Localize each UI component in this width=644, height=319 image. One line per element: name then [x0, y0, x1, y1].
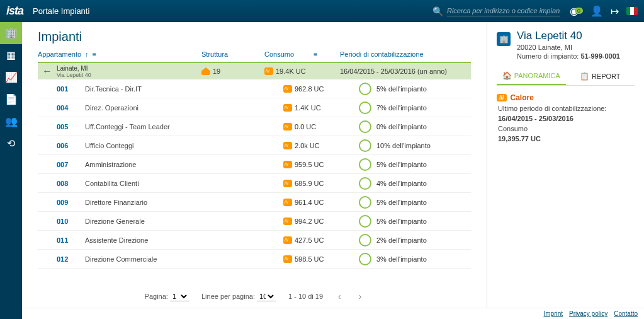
row-percent: 10% dell'impianto [376, 142, 431, 149]
table-row[interactable]: 008Contabilita Clienti685.9 UC4% dell'im… [38, 174, 471, 193]
table-row[interactable]: 011Assistente Direzione427.5 UC2% dell'i… [38, 231, 471, 250]
col-consumo[interactable]: Consumo [264, 50, 294, 58]
meter-icon [283, 104, 292, 112]
tab-report[interactable]: 📋REPORT [566, 67, 635, 85]
footer-imprint[interactable]: Imprint [543, 310, 563, 317]
meter-icon [283, 218, 292, 225]
perpage-label: Linee per pagina: [201, 293, 255, 300]
gauge-icon [359, 215, 371, 228]
property-city: Lainate, MI [57, 65, 201, 72]
meter-icon [283, 161, 292, 168]
consumption-label: Consumo [498, 125, 635, 132]
search-input[interactable] [447, 6, 560, 16]
gauge-icon [359, 139, 371, 152]
row-percent: 3% dell'impianto [376, 255, 427, 263]
logout-icon[interactable]: ↦ [611, 5, 619, 17]
row-consumption: 961.4 UC [295, 199, 324, 206]
row-name: Direz. Operazioni [85, 104, 220, 112]
row-name: Contabilita Clienti [85, 180, 220, 187]
property-address: Via Lepetit 40 [57, 72, 201, 78]
locale-flag-it[interactable] [626, 7, 638, 15]
notifications-icon[interactable]: ◉0 [570, 5, 583, 17]
row-consumption: 2.0k UC [295, 142, 320, 149]
home-icon: 🏠 [502, 71, 512, 80]
sort-asc-icon[interactable]: ↑ [85, 50, 89, 58]
row-number: 006 [57, 142, 85, 149]
house-icon [201, 67, 210, 75]
property-header-row: ← Lainate, MI Via Lepetit 40 19 19.4K UC… [38, 63, 471, 79]
consumption-value: 19,395.77 UC [498, 135, 541, 142]
row-name: Ufficio Conteggi [85, 142, 220, 149]
perpage-select[interactable]: 10 [257, 292, 276, 301]
portal-name: Portale Impianti [33, 6, 89, 16]
row-percent: 5% dell'impianto [376, 199, 427, 206]
row-consumption: 685.9 UC [295, 180, 324, 187]
row-percent: 5% dell'impianto [376, 85, 427, 93]
gauge-icon [359, 253, 371, 265]
row-number: 011 [57, 236, 85, 244]
row-percent: 7% dell'impianto [376, 104, 427, 112]
consumo-filter-icon[interactable]: ≡ [314, 50, 317, 58]
gauge-icon [359, 196, 371, 209]
row-name: Direzione Commerciale [85, 255, 220, 263]
nav-chart[interactable]: 📈 [0, 66, 22, 88]
row-number: 001 [57, 85, 85, 93]
prev-page-icon[interactable]: ‹ [336, 291, 344, 301]
gauge-icon [359, 83, 371, 95]
pager: Pagina: 1 Linee per pagina: 10 1 - 10 di… [38, 285, 471, 308]
row-number: 007 [57, 161, 85, 168]
gauge-icon [359, 234, 371, 246]
col-struttura[interactable]: Struttura [201, 50, 264, 58]
page-label: Pagina: [145, 293, 168, 300]
row-percent: 5% dell'impianto [376, 218, 427, 225]
brand-logo: ista [6, 4, 23, 18]
table-row[interactable]: 009Direttore Finanziario961.4 UC5% dell'… [38, 193, 471, 212]
row-consumption: 427.5 UC [295, 236, 324, 244]
table-header: Appartamento ↑ ≡ Struttura Consumo ≡ Per… [38, 50, 471, 63]
meter-icon [283, 199, 292, 206]
last-period-value: 16/04/2015 - 25/03/2016 [498, 115, 573, 122]
gauge-icon [359, 158, 371, 171]
row-name: Direzione Generale [85, 218, 220, 225]
nav-impianti[interactable]: 🏢 [0, 22, 22, 44]
filter-list-icon[interactable]: ≡ [93, 50, 96, 58]
meter-icon [283, 123, 292, 130]
back-arrow-icon[interactable]: ← [38, 66, 57, 77]
row-percent: 4% dell'impianto [376, 180, 427, 187]
footer-privacy[interactable]: Privacy policy [569, 310, 607, 317]
table-row[interactable]: 005Uff.Conteggi - Team Leader0.0 UC0% de… [38, 117, 471, 136]
row-name: Direttore Finanziario [85, 199, 220, 206]
table-row[interactable]: 004Direz. Operazioni1.4K UC7% dell'impia… [38, 98, 471, 117]
row-consumption: 0.0 UC [295, 123, 316, 130]
nav-users[interactable]: 👥 [0, 110, 22, 132]
page-select[interactable]: 1 [170, 292, 189, 301]
table-row[interactable]: 001Dir.Tecnica - Dir.IT962.8 UC5% dell'i… [38, 79, 471, 98]
row-name: Amministrazione [85, 161, 220, 168]
gauge-icon [359, 102, 371, 114]
nav-docs[interactable]: 📄 [0, 88, 22, 110]
nav-grid[interactable]: ▦ [0, 44, 22, 66]
table-row[interactable]: 007Amministrazione959.5 UC5% dell'impian… [38, 155, 471, 174]
total-consumption: 19.4K UC [276, 67, 306, 75]
table-row[interactable]: 010Direzione Generale994.2 UC5% dell'imp… [38, 212, 471, 231]
detail-panel: 🏢 Via Lepetit 40 20020 Lainate, MI Numer… [487, 22, 644, 308]
gauge-icon [359, 120, 371, 133]
meter-icon [283, 236, 292, 244]
col-appartamento[interactable]: Appartamento [38, 50, 81, 58]
row-percent: 0% dell'impianto [376, 123, 427, 130]
search-icon[interactable]: 🔍 [432, 6, 443, 16]
building-icon: 🏢 [497, 32, 511, 46]
row-percent: 2% dell'impianto [376, 236, 427, 244]
footer-contact[interactable]: Contatto [614, 310, 638, 317]
table-row[interactable]: 006Ufficio Conteggi2.0k UC10% dell'impia… [38, 136, 471, 155]
next-page-icon[interactable]: › [356, 291, 364, 301]
col-periodi[interactable]: Periodi di contabilizzazione [340, 50, 471, 58]
tab-panoramica[interactable]: 🏠PANORAMICA [497, 67, 566, 85]
row-consumption: 1.4K UC [295, 104, 321, 112]
account-icon[interactable]: 👤 [590, 5, 603, 17]
heat-badge-icon: /// [497, 94, 507, 102]
table-row[interactable]: 012Direzione Commerciale598.5 UC3% dell'… [38, 250, 471, 269]
row-percent: 5% dell'impianto [376, 161, 427, 168]
nav-refresh[interactable]: ⟲ [0, 132, 22, 154]
row-consumption: 959.5 UC [295, 161, 324, 168]
